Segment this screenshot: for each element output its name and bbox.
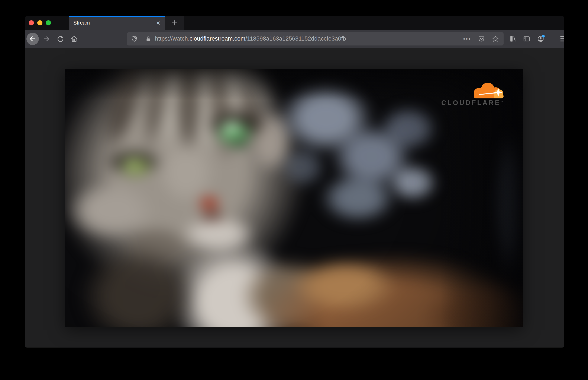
hamburger-icon (560, 36, 565, 41)
page-actions-ellipsis-icon[interactable]: ••• (463, 36, 471, 42)
tab-stream[interactable]: Stream × (69, 16, 165, 30)
new-tab-button[interactable]: + (165, 16, 184, 30)
cloudflare-watermark: CLOUDFLARE™ (441, 82, 510, 107)
urlbar-divider (141, 35, 141, 42)
url-path: /118598a163a125631152ddaccfe3a0fb (245, 36, 346, 42)
arrow-left-icon (29, 35, 36, 42)
video-frame-artwork (65, 69, 523, 327)
cloudflare-wordmark: CLOUDFLARE™ (441, 99, 510, 107)
tab-bar: Stream × + (25, 16, 564, 30)
home-button[interactable] (68, 33, 80, 45)
window-controls (25, 16, 69, 30)
reload-button[interactable] (54, 33, 67, 45)
trademark-mark: ™ (501, 100, 503, 103)
url-scheme: https://watch. (155, 36, 190, 42)
toolbar-separator (552, 35, 552, 43)
tab-title: Stream (69, 20, 151, 26)
video-player[interactable]: CLOUDFLARE™ (65, 69, 523, 327)
bookmark-star-icon[interactable] (492, 35, 499, 43)
url-text[interactable]: https://watch.cloudflarestream.com/11859… (155, 36, 346, 42)
reload-icon (57, 35, 64, 42)
desktop: Stream × + (0, 0, 588, 380)
forward-button[interactable] (40, 33, 53, 45)
url-bar[interactable]: https://watch.cloudflarestream.com/11859… (127, 32, 503, 45)
navigation-toolbar: https://watch.cloudflarestream.com/11859… (25, 30, 564, 48)
browser-window: Stream × + (25, 16, 564, 347)
close-window-button[interactable] (29, 20, 34, 25)
library-button[interactable] (509, 35, 516, 43)
page-content: CLOUDFLARE™ (25, 48, 564, 347)
url-domain: cloudflarestream.com (190, 36, 245, 42)
account-notification-dot (541, 34, 545, 38)
toolbar-right-cluster (509, 35, 564, 43)
tracking-protection-shield-icon[interactable] (130, 35, 138, 43)
zoom-window-button[interactable] (46, 20, 51, 25)
https-lock-icon[interactable] (144, 35, 152, 43)
menu-button[interactable] (559, 35, 564, 43)
cloudflare-cloud-icon (471, 82, 505, 98)
minimize-window-button[interactable] (37, 20, 42, 25)
pocket-icon[interactable] (478, 35, 485, 43)
arrow-right-icon (43, 35, 50, 42)
home-icon (70, 35, 78, 42)
page-actions: ••• (463, 35, 500, 43)
tab-close-icon[interactable]: × (151, 19, 165, 26)
sidebar-button[interactable] (523, 35, 530, 43)
account-button[interactable] (537, 35, 545, 43)
back-button[interactable] (26, 33, 39, 45)
